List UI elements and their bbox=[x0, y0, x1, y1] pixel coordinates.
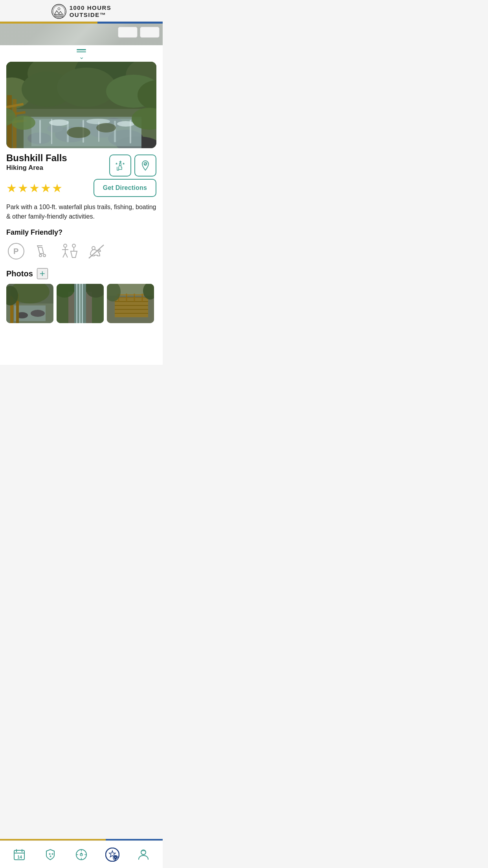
map-button-2[interactable] bbox=[140, 27, 160, 38]
get-directions-button[interactable]: Get Directions bbox=[94, 179, 156, 197]
map-button-1[interactable] bbox=[118, 27, 138, 38]
stars-directions-row: ★ ★ ★ ★ ★ Get Directions bbox=[6, 179, 156, 197]
app-logo-icon bbox=[51, 4, 66, 19]
svg-text:P: P bbox=[13, 247, 18, 256]
stroller-icon bbox=[33, 241, 53, 261]
svg-point-37 bbox=[49, 120, 69, 126]
photo-thumbnail-1[interactable] bbox=[6, 284, 53, 323]
map-pin-button[interactable] bbox=[134, 154, 156, 177]
main-content: Bushkill Falls Hiking Area ★ ★ ★ bbox=[0, 62, 163, 365]
svg-point-39 bbox=[117, 121, 134, 127]
svg-rect-35 bbox=[114, 121, 116, 142]
family-friendly-section: Family Friendly? P bbox=[6, 228, 156, 261]
photos-grid bbox=[6, 284, 156, 323]
svg-point-53 bbox=[64, 244, 67, 247]
svg-point-51 bbox=[39, 254, 42, 257]
star-2: ★ bbox=[18, 181, 28, 195]
svg-point-52 bbox=[43, 254, 46, 257]
svg-rect-78 bbox=[76, 284, 77, 323]
photos-section: Photos + bbox=[6, 268, 156, 323]
add-photo-button[interactable]: + bbox=[37, 268, 48, 279]
svg-point-42 bbox=[12, 116, 35, 130]
svg-rect-80 bbox=[82, 284, 83, 323]
location-action-buttons: ★ ★ ★ bbox=[109, 154, 156, 177]
svg-point-43 bbox=[67, 127, 90, 138]
svg-point-44 bbox=[96, 123, 116, 132]
hero-image-container bbox=[6, 62, 156, 148]
rate-button[interactable]: ★ ★ ★ bbox=[109, 154, 131, 177]
photos-title: Photos bbox=[6, 269, 33, 278]
location-name: Bushkill Falls bbox=[6, 153, 109, 163]
hero-image bbox=[6, 62, 156, 148]
svg-point-0 bbox=[52, 4, 66, 18]
family-friendly-icons: P bbox=[6, 241, 156, 261]
svg-point-61 bbox=[92, 246, 95, 250]
parking-icon: P bbox=[6, 241, 26, 261]
bottom-spacer bbox=[6, 327, 156, 359]
app-subtitle: OUTSIDE™ bbox=[70, 11, 112, 18]
photo-thumbnail-2[interactable] bbox=[57, 284, 104, 323]
map-preview-strip[interactable] bbox=[0, 24, 163, 45]
restrooms-icon bbox=[60, 241, 79, 261]
svg-rect-79 bbox=[79, 284, 81, 323]
chevron-down-icon[interactable]: ⌄ bbox=[79, 54, 84, 60]
collapse-section: ⌄ bbox=[0, 45, 163, 62]
svg-point-2 bbox=[58, 8, 60, 10]
location-info-row: Bushkill Falls Hiking Area ★ ★ ★ bbox=[6, 153, 156, 177]
location-description: Park with a 100-ft. waterfall plus trail… bbox=[6, 202, 156, 221]
app-header: 1000 HOURS OUTSIDE™ bbox=[0, 0, 163, 22]
svg-rect-85 bbox=[115, 298, 148, 317]
svg-text:★: ★ bbox=[122, 162, 125, 166]
svg-line-56 bbox=[63, 253, 65, 257]
location-text: Bushkill Falls Hiking Area bbox=[6, 153, 109, 172]
menu-icon[interactable] bbox=[77, 49, 86, 52]
rating-stars: ★ ★ ★ ★ ★ bbox=[6, 181, 62, 195]
star-1: ★ bbox=[6, 181, 17, 195]
star-5: ★ bbox=[52, 181, 62, 195]
logo-container: 1000 HOURS OUTSIDE™ bbox=[51, 4, 112, 19]
photos-header: Photos + bbox=[6, 268, 156, 279]
svg-point-67 bbox=[31, 310, 45, 317]
star-4: ★ bbox=[40, 181, 51, 195]
svg-rect-30 bbox=[39, 120, 41, 143]
svg-text:★: ★ bbox=[115, 162, 118, 166]
svg-point-58 bbox=[72, 244, 75, 247]
app-title: 1000 HOURS bbox=[70, 4, 112, 11]
svg-line-57 bbox=[65, 253, 68, 257]
photo-thumbnail-3[interactable] bbox=[107, 284, 154, 323]
no-pets-icon bbox=[86, 241, 106, 261]
star-3: ★ bbox=[29, 181, 40, 195]
location-type: Hiking Area bbox=[6, 164, 109, 172]
family-friendly-title: Family Friendly? bbox=[6, 228, 156, 237]
